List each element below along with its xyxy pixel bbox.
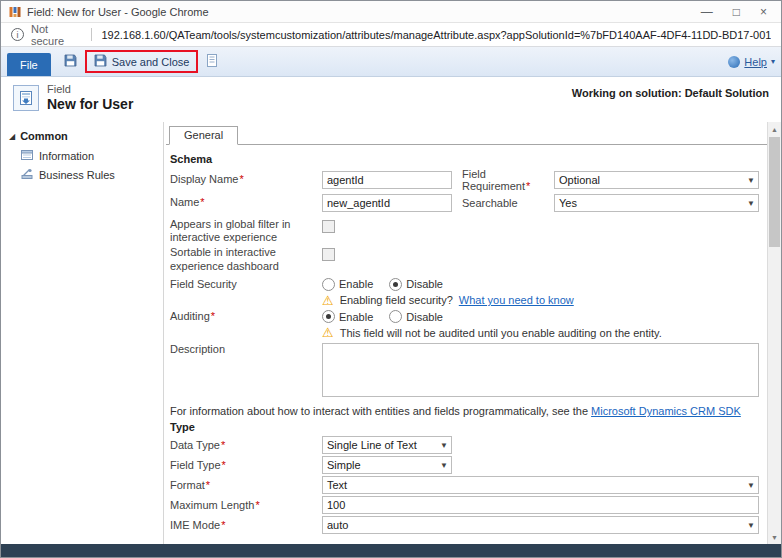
disable-option-label: Disable (406, 278, 443, 290)
auditing-enable-option[interactable]: Enable (322, 310, 373, 323)
schema-heading: Schema (170, 153, 759, 165)
ime-mode-select[interactable]: auto ▼ (322, 516, 759, 534)
sdk-note-text: For information about how to interact wi… (170, 405, 588, 417)
data-type-select[interactable]: Single Line of Text ▼ (322, 436, 452, 454)
scroll-up-button[interactable]: ▲ (768, 122, 781, 136)
minimize-button[interactable]: — (701, 5, 713, 19)
format-label: Format* (170, 479, 322, 492)
scrollbar-thumb[interactable] (769, 137, 780, 247)
main-content: General Schema Display Name* Field Requi… (163, 122, 767, 544)
entity-type-label: Field (47, 83, 133, 95)
business-rules-icon (21, 168, 33, 182)
what-you-need-to-know-link[interactable]: What you need to know (459, 294, 574, 306)
chrome-favicon-icon (9, 6, 21, 18)
page-header: Field New for User Working on solution: … (1, 77, 781, 122)
dropdown-arrow-icon: ▼ (440, 441, 448, 450)
searchable-value: Yes (559, 197, 577, 209)
nav-group-common[interactable]: ◢ Common (9, 130, 159, 142)
warning-icon: ⚠ (322, 326, 334, 339)
field-form: Schema Display Name* Field Requirement* … (164, 145, 767, 544)
tab-general[interactable]: General (169, 126, 238, 145)
disable-option-label: Disable (406, 311, 443, 323)
sortable-checkbox[interactable] (322, 248, 335, 261)
address-bar[interactable]: i Not secure 192.168.1.60/QATeam/tools/s… (1, 23, 781, 47)
document-icon (206, 54, 218, 69)
format-select[interactable]: Text ▼ (322, 476, 759, 494)
type-heading: Type (170, 421, 759, 433)
data-type-value: Single Line of Text (327, 439, 417, 451)
help-caret-icon: ▾ (771, 57, 775, 66)
body-area: ◢ Common Information Business Rules Gene… (1, 122, 767, 544)
field-security-disable-radio[interactable] (389, 278, 402, 291)
auditing-label: Auditing* (170, 310, 322, 323)
description-textarea[interactable] (322, 343, 759, 397)
sidebar: ◢ Common Information Business Rules (1, 122, 163, 544)
solution-status: Working on solution: Default Solution (572, 83, 769, 122)
field-security-label: Field Security (170, 278, 322, 291)
nav-group-label: Common (20, 130, 68, 142)
global-filter-label: Appears in global filter in interactive … (170, 218, 322, 244)
searchable-select[interactable]: Yes ▼ (554, 194, 759, 212)
data-type-label: Data Type* (170, 439, 322, 452)
page-title: New for User (47, 96, 133, 112)
sdk-note: For information about how to interact wi… (170, 405, 759, 417)
name-label: Name* (170, 196, 322, 209)
sidebar-item-information[interactable]: Information (21, 149, 159, 163)
browser-window: Field: New for User - Google Chrome — □ … (0, 0, 782, 558)
save-and-close-icon (94, 54, 107, 69)
auditing-warning: ⚠ This field will not be audited until y… (322, 326, 759, 339)
close-button[interactable]: × (760, 5, 767, 19)
save-and-close-label: Save and Close (112, 56, 190, 68)
auditing-warning-text: This field will not be audited until you… (340, 327, 662, 339)
save-and-close-button[interactable]: Save and Close (90, 53, 194, 70)
name-input[interactable] (322, 194, 452, 212)
field-security-enable-radio[interactable] (322, 278, 335, 291)
maximize-button[interactable]: □ (733, 5, 740, 19)
field-requirement-select[interactable]: Optional ▼ (554, 171, 759, 189)
dropdown-arrow-icon: ▼ (747, 176, 755, 185)
format-value: Text (327, 479, 347, 491)
auditing-enable-radio[interactable] (322, 310, 335, 323)
field-requirement-value: Optional (559, 174, 600, 186)
warning-icon: ⚠ (322, 294, 334, 307)
help-icon (728, 56, 740, 68)
display-name-label: Display Name* (170, 173, 322, 186)
help-button[interactable]: Help ▾ (728, 56, 775, 68)
auditing-disable-option[interactable]: Disable (389, 310, 443, 323)
dropdown-arrow-icon: ▼ (747, 521, 755, 530)
maximum-length-input[interactable] (322, 496, 759, 514)
address-url[interactable]: 192.168.1.60/QATeam/tools/systemcustomiz… (101, 29, 771, 41)
file-tab[interactable]: File (7, 53, 51, 76)
sidebar-item-business-rules[interactable]: Business Rules (21, 168, 159, 182)
window-title: Field: New for User - Google Chrome (27, 6, 701, 18)
scroll-down-button[interactable]: ▼ (768, 530, 781, 544)
save-button[interactable] (61, 52, 80, 71)
ribbon-secondary-button[interactable] (203, 52, 221, 71)
field-security-warning: ⚠ Enabling field security? What you need… (322, 294, 759, 307)
annotation-highlight-box: Save and Close (85, 50, 199, 73)
save-icon (64, 54, 77, 69)
field-type-value: Simple (327, 459, 361, 471)
field-type-select[interactable]: Simple ▼ (322, 456, 452, 474)
info-icon[interactable]: i (11, 28, 24, 41)
display-name-input[interactable] (322, 171, 452, 189)
dropdown-arrow-icon: ▼ (747, 481, 755, 490)
sortable-label: Sortable in interactive experience dashb… (170, 246, 322, 272)
dropdown-arrow-icon: ▼ (747, 199, 755, 208)
field-security-enable-option[interactable]: Enable (322, 278, 373, 291)
global-filter-checkbox[interactable] (322, 220, 335, 233)
field-entity-icon (13, 85, 39, 111)
description-label: Description (170, 343, 322, 356)
dropdown-arrow-icon: ▼ (440, 461, 448, 470)
content-scrollbar[interactable]: ▲ ▼ (767, 122, 781, 544)
url-separator (91, 28, 92, 41)
searchable-label: Searchable (462, 197, 554, 209)
ime-mode-value: auto (327, 519, 348, 531)
not-secure-label: Not secure (31, 23, 82, 47)
auditing-disable-radio[interactable] (389, 310, 402, 323)
sdk-link[interactable]: Microsoft Dynamics CRM SDK (591, 405, 741, 417)
help-label: Help (744, 56, 767, 68)
field-security-disable-option[interactable]: Disable (389, 278, 443, 291)
enable-option-label: Enable (339, 311, 373, 323)
crm-ribbon: File Save and Close Help ▾ (1, 47, 781, 77)
